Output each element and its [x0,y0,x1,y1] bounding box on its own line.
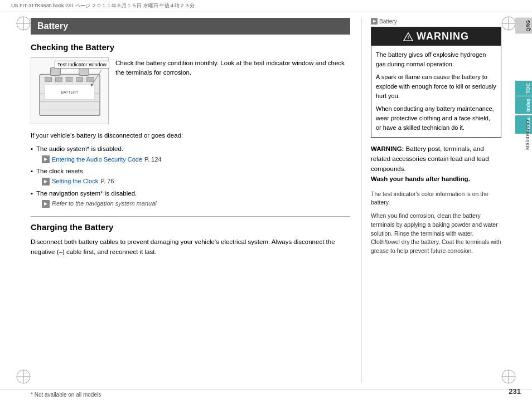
page-number: 231 [509,387,521,396]
svg-rect-18 [55,77,62,81]
link-line-1: ▶ Entering the Audio Security Code P. 12… [42,155,350,164]
setting-clock-link[interactable]: Setting the Clock [52,177,98,186]
link-line-3: ▶ Refer to the navigation system manual [42,199,350,208]
indicator-note: The test indicator's color information i… [371,190,501,208]
nav-system-link: Refer to the navigation system manual [52,199,157,208]
charging-body-text: Disconnect both battery cables to preven… [31,237,350,257]
checking-heading: Checking the Battery [31,42,350,52]
checking-section: Checking the Battery Test Indicator Wind… [31,42,350,208]
right-column: ▶ Battery ! WARNING The battery gives of… [362,18,501,383]
disconnected-body-text: If your vehicle's battery is disconnecte… [31,131,350,141]
warning-body: The battery gives off explosive hydrogen… [371,46,501,137]
bullet-text-3: The navigation system* is disabled. [36,190,137,197]
footnote: * Not available on all models [31,392,101,398]
tab-toc[interactable]: TOC [515,81,532,96]
warning-point-3: When conducting any battery maintenance,… [376,104,496,133]
link-icon-1: ▶ [42,155,50,163]
setting-clock-page: P. 76 [100,177,114,186]
caption-text: Check the battery condition monthly. Loo… [115,60,345,76]
corner-bl [16,369,31,384]
charging-heading: Charging the Battery [31,222,350,232]
svg-rect-20 [76,77,83,81]
warning-point-1: The battery gives off explosive hydrogen… [376,50,496,69]
charging-section: Charging the Battery Disconnect both bat… [31,216,350,257]
page-footer: * Not available on all models [0,389,532,400]
list-item: The navigation system* is disabled. ▶ Re… [31,189,350,209]
warning-box: ! WARNING The battery gives off explosiv… [371,27,501,138]
corner-tl [16,16,31,31]
maintenance-label: Maintenance [525,118,530,150]
battery-diagram: Test Indicator Window [31,57,109,124]
warning-triangle-icon: ! [403,32,413,42]
warning-header: ! WARNING [371,27,501,46]
warning-bold-wash: Wash your hands after handling. [371,175,470,182]
page-title: Battery [37,21,68,31]
breadcrumb-text: Battery [379,18,397,25]
svg-rect-17 [45,77,52,81]
svg-rect-13 [51,68,61,76]
bullet-list: The audio system* is disabled. ▶ Enterin… [31,144,350,209]
breadcrumb-icon: ▶ [371,18,378,25]
left-column: Battery Checking the Battery Test Indica… [31,18,362,383]
main-content: Battery Checking the Battery Test Indica… [0,12,532,389]
audio-security-page: P. 124 [144,155,161,164]
svg-text:!: ! [408,35,409,40]
diagram-label: Test Indicator Window [55,61,109,69]
corner-br [501,369,516,384]
bullet-text-1: The audio system* is disabled. [36,145,123,152]
corrosion-note: When you find corrosion, clean the batte… [371,212,501,256]
breadcrumb: ▶ Battery [371,18,501,25]
tab-qrg[interactable]: QRG [515,18,532,34]
tab-index[interactable]: Index [515,96,532,114]
page-container: US FIT-31TK6630.book 231 ページ ２０１１年６月１５日 … [0,0,532,400]
battery-caption: Check the battery condition monthly. Loo… [115,57,350,124]
svg-rect-19 [66,77,72,81]
link-icon-3: ▶ [42,200,50,208]
battery-image-area: Test Indicator Window [31,57,350,124]
corner-tr [501,16,516,31]
page-title-banner: Battery [31,18,350,35]
bullet-text-2: The clock resets. [36,168,85,174]
svg-text:BATTERY: BATTERY [61,90,78,94]
warning-title: WARNING [417,31,469,42]
link-icon-2: ▶ [42,178,50,186]
warning-bold-prefix: WARNING: [371,145,404,152]
side-tabs: QRG TOC Index Home [515,18,532,134]
list-item: The audio system* is disabled. ▶ Enterin… [31,144,350,164]
top-bar: US FIT-31TK6630.book 231 ページ ２０１１年６月１５日 … [0,0,532,12]
top-bar-text: US FIT-31TK6630.book 231 ページ ２０１１年６月１５日 … [11,2,195,9]
list-item: The clock resets. ▶ Setting the Clock P.… [31,167,350,187]
svg-rect-21 [86,77,93,81]
warning-point-2: A spark or flame can cause the battery t… [376,72,496,101]
warning-bold-section: WARNING: Battery post, terminals, and re… [371,144,501,184]
audio-security-link[interactable]: Entering the Audio Security Code [52,155,142,164]
svg-rect-14 [79,68,89,76]
link-line-2: ▶ Setting the Clock P. 76 [42,177,350,186]
